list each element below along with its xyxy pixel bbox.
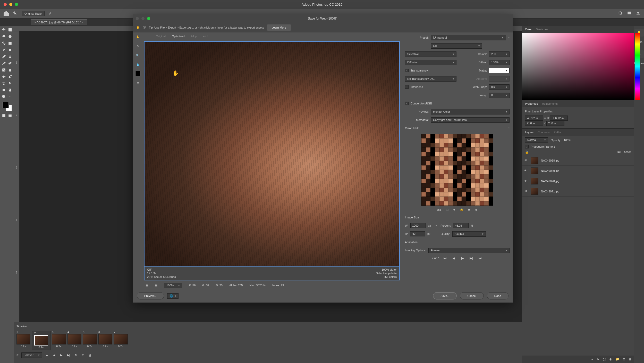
timeline-frame[interactable]: 60.2∨ <box>98 331 112 350</box>
preset-select[interactable]: [Unnamed]▾ <box>431 35 506 40</box>
ratio-dropdown[interactable]: Original Ratio <box>22 11 45 16</box>
dialog-min-button[interactable] <box>141 17 145 20</box>
crop-tool[interactable] <box>1 40 7 46</box>
pen-tool[interactable] <box>7 74 13 80</box>
hand-tool[interactable] <box>7 87 13 93</box>
screen-mode[interactable] <box>7 113 13 119</box>
timeline-frame[interactable]: 30.2∨ <box>52 331 66 350</box>
height-input[interactable] <box>410 231 425 236</box>
lasso-tool[interactable] <box>1 33 7 40</box>
x-input[interactable] <box>525 121 543 126</box>
home-icon[interactable] <box>4 11 9 16</box>
zoom-in-icon[interactable]: ⊞ <box>155 284 157 287</box>
link-wh-icon[interactable]: ⥋ <box>435 224 437 227</box>
dialog-zoom-button[interactable] <box>147 17 150 20</box>
timeline-frame[interactable]: 10.2∨ <box>16 331 30 350</box>
timeline-frame[interactable]: 20.2∨ <box>32 331 50 350</box>
dodge-tool[interactable] <box>1 74 7 80</box>
ct-shift-icon[interactable]: ◈ <box>453 208 455 211</box>
play-button[interactable]: ▶ <box>59 353 64 358</box>
hue-slider[interactable] <box>635 33 640 100</box>
properties-tab[interactable]: Properties <box>525 102 538 105</box>
width-input[interactable] <box>525 116 543 121</box>
ct-snap-icon[interactable]: ⬚ <box>446 208 448 211</box>
ct-new-icon[interactable]: ⊞ <box>468 208 470 211</box>
history-brush-tool[interactable] <box>1 60 7 66</box>
zoom-window-button[interactable] <box>15 3 18 6</box>
done-button[interactable]: Done <box>487 292 509 299</box>
marquee-tool[interactable] <box>7 27 13 33</box>
more-tools[interactable]: ⋯ <box>7 94 13 100</box>
move-tool[interactable] <box>1 27 7 33</box>
fx-icon[interactable]: fx <box>597 358 599 361</box>
document-tab[interactable]: NAC49074.jpg @ 66.7% (RGB/16*) * × <box>31 19 87 25</box>
folder-icon[interactable]: 📁 <box>616 358 619 361</box>
blur-tool[interactable] <box>7 67 13 73</box>
websnap-select[interactable]: 0%▾ <box>489 84 510 90</box>
options-menu-icon[interactable]: ≡ <box>508 36 510 39</box>
loop-select[interactable]: Forever▾ <box>21 352 42 358</box>
tween-button[interactable]: ⧉ <box>73 353 78 358</box>
layer-row[interactable]: 👁NAC49069.jpg <box>522 166 634 176</box>
tab-optimized[interactable]: Optimized <box>172 35 185 38</box>
prev-frame-button[interactable]: ◀ <box>451 256 456 260</box>
prev-frame-button[interactable]: ◀ <box>52 353 56 358</box>
path-select-tool[interactable] <box>7 80 13 86</box>
dither-amount[interactable]: 100%▾ <box>489 60 510 65</box>
dialog-close-button[interactable] <box>136 17 139 20</box>
first-frame-button[interactable]: ⏮ <box>443 256 448 260</box>
close-window-button[interactable] <box>4 3 7 6</box>
hand-tool[interactable]: ✋ <box>135 34 141 40</box>
save-button[interactable]: Save... <box>433 292 457 299</box>
delete-frame-button[interactable]: 🗑 <box>88 353 92 358</box>
healing-tool[interactable] <box>7 47 13 53</box>
paths-tab[interactable]: Paths <box>554 131 561 134</box>
zoom-select[interactable]: 100%▾ <box>164 283 182 288</box>
type-tool[interactable] <box>1 80 7 86</box>
ct-lock-icon[interactable]: 🔒 <box>460 208 463 211</box>
eyedropper-tool[interactable] <box>1 47 7 53</box>
new-layer-icon[interactable]: ⊞ <box>623 358 625 361</box>
slice-tool[interactable]: ✎ <box>135 43 141 49</box>
interlaced-checkbox[interactable] <box>405 85 409 89</box>
swap-icon[interactable]: ⇄ <box>49 12 51 15</box>
layer-row[interactable]: 👁NAC49071.jpg <box>522 186 634 197</box>
visibility-icon[interactable]: 👁 <box>524 179 528 183</box>
close-tab-icon[interactable]: × <box>82 21 83 24</box>
preview-button[interactable]: Preview... <box>137 292 164 299</box>
learn-more-button[interactable]: Learn More <box>267 24 291 31</box>
visibility-icon[interactable]: 👁 <box>524 169 528 173</box>
blend-mode-select[interactable]: Normal▾ <box>525 137 548 143</box>
layer-row[interactable]: 👁NAC49068.jpg <box>522 155 634 166</box>
minimize-window-button[interactable] <box>9 3 12 6</box>
adjustments-tab[interactable]: Adjustments <box>542 102 558 105</box>
preview-image[interactable]: ✋ <box>144 41 400 267</box>
share-icon[interactable] <box>636 11 640 16</box>
loop-select[interactable]: Forever▾ <box>428 248 510 253</box>
percent-input[interactable] <box>453 223 469 228</box>
height-input[interactable] <box>550 116 568 121</box>
color-tab[interactable]: Color <box>525 28 532 31</box>
transp-dither-select[interactable]: No Transparency Dit...▾ <box>405 76 456 82</box>
mask-icon[interactable]: ◯ <box>603 358 606 361</box>
first-frame-button[interactable]: ⏮ <box>45 353 49 358</box>
matte-select[interactable]: ▾ <box>489 68 510 73</box>
width-input[interactable] <box>410 223 426 228</box>
next-frame-button[interactable]: ▶| <box>469 256 474 260</box>
zoom-tool[interactable] <box>1 94 7 100</box>
brush-tool[interactable] <box>1 54 7 60</box>
layers-tab[interactable]: Layers <box>525 131 533 134</box>
cancel-button[interactable]: Cancel <box>460 292 484 299</box>
browser-select[interactable]: 🌐▾ <box>167 293 179 299</box>
srgb-checkbox[interactable] <box>405 102 409 105</box>
y-input[interactable] <box>546 121 564 126</box>
link-icon[interactable]: ⚭ <box>544 117 546 120</box>
crop-icon[interactable] <box>13 11 18 16</box>
metadata-select[interactable]: Copyright and Contact Info▾ <box>431 117 510 123</box>
color-swatch[interactable] <box>135 71 140 76</box>
reduction-select[interactable]: Selective▾ <box>405 51 456 57</box>
color-table[interactable] <box>421 134 493 206</box>
channels-tab[interactable]: Channels <box>538 131 549 134</box>
swatches-tab[interactable]: Swatches <box>536 28 548 31</box>
color-swatch[interactable] <box>1 102 13 112</box>
